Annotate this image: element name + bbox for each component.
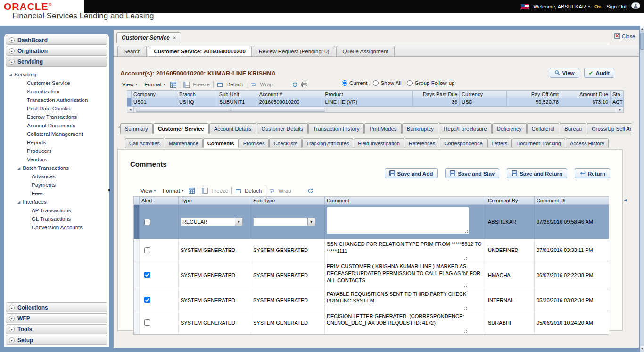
tab-customer-service[interactable]: Customer Service <box>153 123 209 134</box>
comment-row[interactable]: SYSTEM GENERATED SYSTEM GENERATED DECISI… <box>134 311 609 334</box>
row-selector[interactable] <box>134 239 140 261</box>
view-button[interactable]: View <box>550 68 579 78</box>
tree-node-interfaces[interactable]: ◢ Interfaces <box>9 198 109 206</box>
row-selector[interactable] <box>134 261 140 289</box>
chevron-down-icon[interactable]: ▼ <box>307 218 315 226</box>
comment-edit-row[interactable]: REGULAR ▼ ▼ <box>134 205 609 239</box>
radio-current-input[interactable] <box>342 80 347 86</box>
sidebar-item-setup[interactable]: ▸ Setup <box>6 335 107 345</box>
view-menu-button[interactable]: View▾ <box>120 81 139 88</box>
tab-promises[interactable]: Promises <box>239 138 269 148</box>
alert-checkbox[interactable] <box>144 247 150 253</box>
tree-item-producers[interactable]: Producers <box>9 147 109 155</box>
tab-customer-service-account[interactable]: Customer Service: 20160500010200 <box>148 46 251 56</box>
tree-item-vendors[interactable]: Vendors <box>9 155 109 164</box>
tab-maintenance[interactable]: Maintenance <box>165 138 203 148</box>
wrap-icon[interactable] <box>250 82 256 88</box>
resize-grip-icon[interactable] <box>462 283 467 287</box>
sidebar-item-collections[interactable]: ▸ Collections <box>6 302 107 312</box>
freeze-label[interactable]: Freeze <box>211 188 228 193</box>
tab-customer-service-document[interactable]: Customer Service × <box>116 32 181 43</box>
alert-checkbox[interactable] <box>144 272 150 278</box>
format-menu-button[interactable]: Format▾ <box>161 187 185 194</box>
tree-item-securitization[interactable]: Securitization <box>9 87 109 96</box>
save-and-return-button[interactable]: Save and Return <box>507 168 567 178</box>
sidebar-collapse-icon[interactable]: ◄ <box>107 186 111 193</box>
resize-grip-icon[interactable] <box>462 305 467 310</box>
user-avatar-icon[interactable] <box>631 2 640 11</box>
alert-checkbox[interactable] <box>144 219 150 225</box>
tree-item-collateral-management[interactable]: Collateral Management <box>9 130 109 138</box>
freeze-label[interactable]: Freeze <box>193 82 210 87</box>
tab-letters[interactable]: Letters <box>487 138 512 148</box>
tab-checklists[interactable]: Checklists <box>269 138 301 148</box>
tab-summary[interactable]: Summary <box>120 123 153 134</box>
return-button[interactable]: Return <box>575 168 610 178</box>
tab-document-tracking[interactable]: Document Tracking <box>512 138 565 148</box>
tab-field-investigation[interactable]: Field Investigation <box>354 138 404 148</box>
comment-input[interactable] <box>327 207 469 234</box>
scroll-up-icon[interactable]: ▲ <box>640 26 644 32</box>
detach-label[interactable]: Detach <box>245 188 262 193</box>
horizontal-scrollbar[interactable]: ◄ ► <box>127 107 624 113</box>
comment-row[interactable]: SYSTEM GENERATED SYSTEM GENERATED PRIM C… <box>134 261 609 289</box>
wrap-label[interactable]: Wrap <box>260 82 272 87</box>
wrap-icon[interactable] <box>269 188 275 194</box>
tab-references[interactable]: References <box>405 138 439 148</box>
tree-item-escrow-transactions[interactable]: Escrow Transactions <box>9 113 109 121</box>
export-icon[interactable] <box>170 82 176 88</box>
tab-list-icon[interactable]: ▼ <box>627 126 630 130</box>
radio-show-all-input[interactable] <box>373 80 379 86</box>
tab-comments[interactable]: Comments <box>203 138 239 148</box>
detach-icon[interactable] <box>235 188 241 194</box>
scroll-right-icon[interactable]: ► <box>617 107 623 112</box>
tab-review-request[interactable]: Review Request (Pending: 0) <box>253 46 336 56</box>
tab-queue-assignment[interactable]: Queue Assignment <box>336 46 394 56</box>
tree-item-ap-transactions[interactable]: AP Transactions <box>9 206 109 215</box>
scrollbar-thumb[interactable] <box>136 108 325 112</box>
radio-current[interactable]: Current <box>342 80 367 86</box>
alert-checkbox[interactable] <box>144 297 150 303</box>
radio-group-follow-up[interactable]: Group Follow-up <box>407 80 454 86</box>
sidebar-item-dashboard[interactable]: ▸ DashBoard <box>6 35 107 45</box>
tab-transaction-history[interactable]: Transaction History <box>308 123 364 134</box>
comment-row[interactable]: SYSTEM GENERATED SYSTEM GENERATED PAYABL… <box>134 289 609 311</box>
tab-search[interactable]: Search <box>117 46 147 56</box>
radio-group-follow-up-input[interactable] <box>407 80 413 86</box>
tree-item-post-date-checks[interactable]: Post Date Checks <box>9 104 109 113</box>
account-row[interactable]: US01 USHQ SUBUNIT1 20160500010200 LINE H… <box>127 98 624 107</box>
format-menu-button[interactable]: Format▾ <box>142 81 167 88</box>
sign-out-button[interactable]: Sign Out <box>606 4 627 9</box>
tree-item-reports[interactable]: Reports <box>9 138 109 147</box>
chevron-down-icon[interactable]: ▼ <box>235 218 242 226</box>
row-selector[interactable] <box>127 98 132 107</box>
tree-item-transaction-authorization[interactable]: Transaction Authorization <box>9 96 109 104</box>
tab-bankruptcy[interactable]: Bankruptcy <box>402 123 439 134</box>
resize-grip-icon[interactable] <box>462 328 467 333</box>
type-dropdown[interactable]: REGULAR ▼ <box>181 218 243 226</box>
tree-item-conversion-accounts[interactable]: Conversion Accounts <box>9 223 109 232</box>
tab-pmt-modes[interactable]: Pmt Modes <box>364 123 401 134</box>
user-menu[interactable]: Welcome, ABSHEKAR▾ <box>534 4 590 9</box>
tree-item-fees[interactable]: Fees <box>9 189 109 198</box>
tab-scroll-right-icon[interactable]: › <box>622 125 624 131</box>
comment-row[interactable]: SYSTEM GENERATED SYSTEM GENERATED SSN CH… <box>134 239 609 261</box>
tab-repo-foreclosure[interactable]: Repo/Foreclosure <box>439 123 491 134</box>
tree-node-batch-transactions[interactable]: ◢ Batch Transactions <box>9 164 109 172</box>
tab-deficiency[interactable]: Deficiency <box>492 123 527 134</box>
row-selector[interactable] <box>134 205 140 239</box>
view-menu-button[interactable]: View▾ <box>139 187 157 194</box>
scroll-left-icon[interactable]: ◄ <box>127 107 134 112</box>
panel-collapse-icon[interactable]: ◄ <box>623 197 627 203</box>
alert-checkbox[interactable] <box>144 319 150 326</box>
vertical-scrollbar[interactable]: ▲ ▼ <box>640 26 644 352</box>
tree-item-customer-service[interactable]: Customer Service <box>9 79 109 87</box>
sub-type-dropdown[interactable]: ▼ <box>253 218 315 226</box>
tree-item-payments[interactable]: Payments <box>9 181 109 189</box>
tree-item-account-documents[interactable]: Account Documents <box>9 121 109 130</box>
save-and-add-button[interactable]: Save and Add <box>385 168 438 178</box>
tab-call-activities[interactable]: Call Activities <box>125 138 164 148</box>
refresh-icon[interactable] <box>292 82 298 88</box>
radio-show-all[interactable]: Show All <box>373 80 401 86</box>
print-icon[interactable] <box>301 82 307 87</box>
